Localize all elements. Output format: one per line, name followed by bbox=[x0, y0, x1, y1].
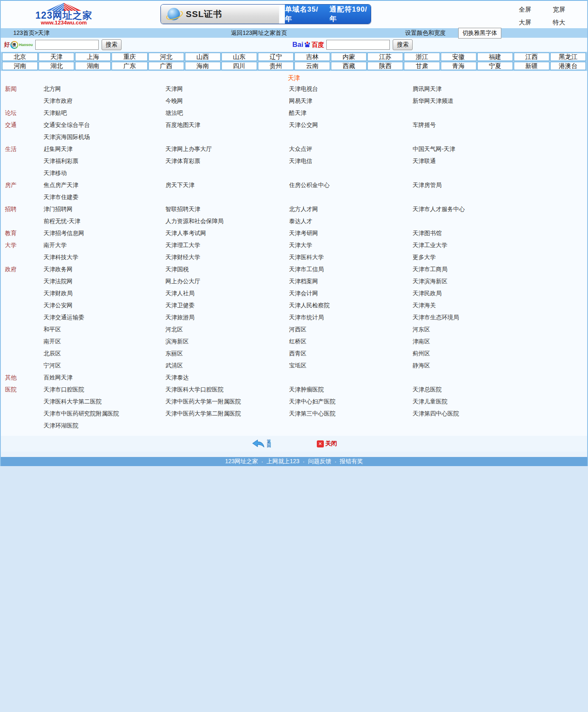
site-link[interactable]: 天津国税 bbox=[165, 266, 189, 272]
province-link[interactable]: 黑龙江 bbox=[550, 53, 586, 61]
site-link[interactable]: 塘沽吧 bbox=[165, 109, 183, 116]
site-link[interactable]: 天津滨海新区 bbox=[413, 278, 447, 284]
province-link[interactable]: 山西 bbox=[185, 53, 221, 61]
close-button[interactable]: ✕ 关闭 bbox=[317, 440, 337, 447]
province-link[interactable]: 广东 bbox=[112, 62, 147, 70]
site-link[interactable]: 天津人民检察院 bbox=[289, 302, 330, 309]
baidu-search-input[interactable] bbox=[326, 40, 390, 50]
province-link[interactable]: 青海 bbox=[441, 62, 476, 70]
site-link[interactable]: 车牌摇号 bbox=[413, 122, 436, 128]
site-link[interactable]: 天津中医药大学第二附属医院 bbox=[165, 410, 241, 417]
site-link[interactable]: 腾讯网天津 bbox=[413, 85, 442, 92]
site-link[interactable]: 智联招聘天津 bbox=[165, 206, 200, 212]
bigscreen-link[interactable]: 大屏 bbox=[519, 19, 531, 27]
site-link[interactable]: 天津市中医药研究院附属医院 bbox=[44, 410, 119, 417]
site-link[interactable]: 宁河区 bbox=[44, 362, 61, 369]
province-link[interactable]: 福建 bbox=[477, 53, 513, 61]
site-link[interactable]: 天津图书馆 bbox=[413, 230, 442, 236]
site-link[interactable]: 天津法院网 bbox=[44, 278, 73, 284]
province-link[interactable]: 辽宁 bbox=[258, 53, 294, 61]
site-link[interactable]: 百度地图天津 bbox=[165, 122, 200, 128]
province-link[interactable]: 浙江 bbox=[404, 53, 440, 61]
province-link[interactable]: 河南 bbox=[2, 62, 38, 70]
province-link[interactable]: 天津 bbox=[39, 53, 74, 61]
site-link[interactable]: 天津财经大学 bbox=[165, 254, 200, 260]
province-link[interactable]: 甘肃 bbox=[404, 62, 440, 70]
site-link[interactable]: 天津第三中心医院 bbox=[289, 410, 335, 417]
site-link[interactable]: 蓟州区 bbox=[413, 350, 430, 357]
site-link[interactable]: 天津招考信息网 bbox=[44, 230, 84, 236]
site-link[interactable]: 津门招聘网 bbox=[44, 206, 73, 212]
province-link[interactable]: 山东 bbox=[221, 53, 257, 61]
site-link[interactable]: 天津医科大学第二医院 bbox=[44, 398, 102, 405]
site-link[interactable]: 天津网 bbox=[165, 85, 183, 92]
province-link[interactable]: 新疆 bbox=[514, 62, 549, 70]
footer-link[interactable]: 问题反馈 bbox=[308, 458, 331, 465]
site-link[interactable]: 天津政务网 bbox=[44, 266, 73, 272]
site-link[interactable]: 赶集网天津 bbox=[44, 146, 73, 152]
site-link[interactable]: 天津市工信局 bbox=[289, 266, 324, 272]
site-link[interactable]: 天津工业大学 bbox=[413, 242, 447, 248]
province-link[interactable]: 安徽 bbox=[441, 53, 476, 61]
widescreen-link[interactable]: 宽屏 bbox=[553, 6, 565, 14]
site-link[interactable]: 焦点房产天津 bbox=[44, 182, 78, 188]
site-link[interactable]: 天津中医药大学第一附属医院 bbox=[165, 398, 241, 405]
province-link[interactable]: 内蒙 bbox=[331, 53, 367, 61]
site-link[interactable]: 天津考研网 bbox=[289, 230, 318, 236]
fullscreen-link[interactable]: 全屏 bbox=[519, 6, 531, 14]
site-link[interactable]: 天津联通 bbox=[413, 158, 436, 164]
site-link[interactable]: 天津公交网 bbox=[289, 122, 318, 128]
site-link[interactable]: 河西区 bbox=[289, 326, 306, 333]
site-link[interactable]: 天津市政府 bbox=[44, 97, 73, 104]
site-link[interactable]: 泰达人才 bbox=[289, 218, 312, 224]
site-link[interactable]: 西青区 bbox=[289, 350, 306, 357]
province-link[interactable]: 湖南 bbox=[75, 62, 111, 70]
site-link[interactable]: 滨海新区 bbox=[165, 338, 189, 345]
site-link[interactable]: 天津电信 bbox=[289, 158, 312, 164]
site-link[interactable]: 天津档案网 bbox=[289, 278, 318, 284]
site-link[interactable]: 南开区 bbox=[44, 338, 61, 345]
site-link[interactable]: 天津公安网 bbox=[44, 302, 73, 309]
site-link[interactable]: 北辰区 bbox=[44, 350, 61, 357]
footer-link[interactable]: 报错有奖 bbox=[340, 458, 363, 465]
site-link[interactable]: 今晚网 bbox=[165, 97, 183, 104]
site-link[interactable]: 天津大学 bbox=[289, 242, 312, 248]
site-link[interactable]: 河北区 bbox=[165, 326, 183, 333]
haosou-search-button[interactable]: 搜索 bbox=[102, 39, 121, 50]
site-link[interactable]: 天津中心妇产医院 bbox=[289, 398, 335, 405]
province-link[interactable]: 四川 bbox=[221, 62, 257, 70]
province-link[interactable]: 湖北 bbox=[39, 62, 74, 70]
province-link[interactable]: 海南 bbox=[185, 62, 221, 70]
site-link[interactable]: 天津市住建委 bbox=[44, 194, 78, 200]
ssl-ad-banner[interactable]: SSL证书 单域名35/年 通配符190/年 bbox=[160, 4, 371, 24]
site-link[interactable]: 房天下天津 bbox=[165, 182, 194, 188]
province-link[interactable]: 港澳台 bbox=[550, 62, 586, 70]
site-link[interactable]: 天津移动 bbox=[44, 170, 67, 176]
site-link[interactable]: 更多大学 bbox=[413, 254, 436, 260]
site-link[interactable]: 天津房管局 bbox=[413, 182, 442, 188]
site-link[interactable]: 前程无忧-天津 bbox=[44, 218, 80, 224]
site-link[interactable]: 天津第四中心医院 bbox=[413, 410, 459, 417]
site-link[interactable]: 天津卫健委 bbox=[165, 302, 194, 309]
site-link[interactable]: 中国天气网-天津 bbox=[413, 146, 455, 152]
province-link[interactable]: 北京 bbox=[2, 53, 38, 61]
site-link[interactable]: 天津民政局 bbox=[413, 290, 442, 296]
site-link[interactable]: 天津海关 bbox=[413, 302, 436, 309]
province-link[interactable]: 重庆 bbox=[112, 53, 147, 61]
province-link[interactable]: 河北 bbox=[148, 53, 184, 61]
province-link[interactable]: 宁夏 bbox=[477, 62, 513, 70]
province-link[interactable]: 吉林 bbox=[294, 53, 330, 61]
site-link[interactable]: 人力资源和社会保障局 bbox=[165, 218, 224, 224]
site-link[interactable]: 酷天津 bbox=[289, 109, 306, 116]
site-link[interactable]: 天津人事考试网 bbox=[165, 230, 206, 236]
province-link[interactable]: 广西 bbox=[148, 62, 184, 70]
site-link[interactable]: 天津市人才服务中心 bbox=[413, 206, 465, 212]
site-link[interactable]: 武清区 bbox=[165, 362, 183, 369]
switch-font-button[interactable]: 切换雅黑字体 bbox=[458, 28, 501, 39]
site-link[interactable]: 住房公积金中心 bbox=[289, 182, 330, 188]
site-link[interactable]: 南开大学 bbox=[44, 242, 67, 248]
province-link[interactable]: 贵州 bbox=[258, 62, 294, 70]
site-link[interactable]: 天津财政局 bbox=[44, 290, 73, 296]
site-link[interactable]: 天津儿童医院 bbox=[413, 398, 447, 405]
site-link[interactable]: 和平区 bbox=[44, 326, 61, 333]
